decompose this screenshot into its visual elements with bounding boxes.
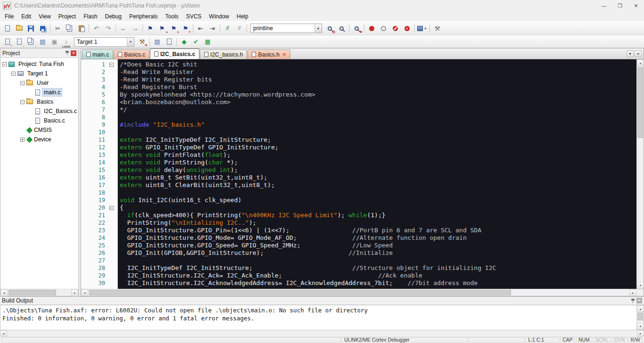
scrollbar-track[interactable] [8,289,71,296]
code-line-6[interactable]: <brian.boozebacon@outlook.com> [120,98,636,106]
tree-item-project-tuna-fish[interactable]: −Project: Tuna Fish [0,59,78,69]
scrollbar-track[interactable] [7,330,637,336]
incremental-find-icon[interactable]: ✱ [351,23,362,33]
new-file-icon[interactable] [2,23,13,33]
close-tab-icon[interactable]: ✕ [282,52,286,57]
code-line-24[interactable]: GPIO_InitStructure.GPIO_Mode= GPIO_Mode_… [120,234,636,242]
menu-file[interactable]: File [1,12,17,21]
build-output-line[interactable]: .\Objects\Tuna Fish.axf: error: L6002U: … [2,306,642,314]
navigate-back-icon[interactable]: ← [118,23,129,33]
tab-basics-c[interactable]: Basics.c [114,49,149,59]
insert-breakpoint-icon[interactable] [366,23,377,33]
code-area[interactable]: /*Does Basic I2C shit-Read Write Registe… [118,59,636,289]
comment-icon[interactable]: // [222,23,233,33]
scroll-down-icon[interactable]: ▾ [637,282,644,289]
maximize-button[interactable]: ❐ [612,0,628,11]
editor-scrollbar-horizontal[interactable]: ◂ ▸ [81,289,644,296]
scroll-down-icon[interactable]: ▾ [637,323,644,330]
code-line-5[interactable]: By spookymelonhead <https://tachymoron.w… [120,91,636,98]
disable-all-breakpoints-icon[interactable] [390,23,401,33]
tree-item-target-1[interactable]: −Target 1 [0,69,78,78]
target-options-icon[interactable]: ⚒⚑ [137,37,148,47]
scrollbar-thumb[interactable] [8,290,56,295]
code-line-16[interactable]: extern uint8_t SetBit(uint32_t,uint8_t); [120,174,636,181]
pack-installer-icon[interactable]: ▦ [202,37,213,47]
close-panel-icon[interactable]: ✕ [71,50,76,56]
menu-edit[interactable]: Edit [17,12,35,21]
find-in-files-icon[interactable]: ▤ [324,23,335,33]
code-line-27[interactable] [120,257,636,264]
scroll-up-icon[interactable]: ▴ [637,305,644,312]
menu-peripherals[interactable]: Peripherals [125,12,162,21]
clear-bookmarks-icon[interactable]: ⚑✕ [180,23,191,33]
code-line-26[interactable]: GPIO_Init(GPIOB,&GPIO_InitStructure); //… [120,249,636,257]
stop-build-icon[interactable]: ▣ [49,37,60,47]
indent-right-icon[interactable]: ⇥ [207,23,218,33]
target-select[interactable]: Target 1 ▼ [74,37,134,47]
translate-file-icon[interactable]: ✓ [2,37,13,47]
close-panel-icon[interactable]: ✕ [636,298,642,303]
code-line-12[interactable]: extern GPIO_InitTypeDef GPIO_InitStructu… [120,144,636,151]
code-line-9[interactable]: #include "I2C_basics.h" [120,121,636,129]
code-line-17[interactable]: extern uint8_t ClearBit(uint32_t,uint8_t… [120,181,636,189]
close-document-icon[interactable]: ✕ [635,50,642,57]
expander-icon[interactable]: − [20,100,25,104]
code-line-7[interactable]: */ [120,106,636,114]
tree-item-device[interactable]: +Device [0,135,78,144]
code-line-11[interactable]: extern I2C_InitTypeDef I2C_InitStructure… [120,136,636,144]
navigate-forward-icon[interactable]: → [130,23,140,33]
tree-item-main-c[interactable]: main.c [0,88,78,97]
fold-marker-icon[interactable]: − [109,63,114,67]
code-line-22[interactable]: PrintString("\nIntializing I2C.."); [120,219,636,227]
code-line-1[interactable]: /*Does Basic I2C shit [120,61,636,68]
tab-list-dropdown-icon[interactable]: ▼ [627,50,634,57]
uncomment-icon[interactable]: // [234,23,245,33]
menu-svcs[interactable]: SVCS [182,12,206,21]
build-output[interactable]: .\Objects\Tuna Fish.axf: error: L6002U: … [0,305,644,330]
manage-rte-icon[interactable]: ◆ [179,37,190,47]
code-line-3[interactable]: -Read Write Register bits [120,76,636,83]
tab-main-c[interactable]: main.c [82,49,113,59]
menu-help[interactable]: Help [233,12,252,21]
minimize-button[interactable]: — [596,0,612,11]
menu-window[interactable]: Window [205,12,233,21]
output-scrollbar-vertical[interactable]: ▴ ▾ [636,305,644,330]
code-line-23[interactable]: GPIO_InitStructure.GPIO_Pin=(1<<6) | (1<… [120,227,636,234]
redo-icon[interactable]: ↷ [103,23,114,33]
scrollbar-thumb[interactable] [637,313,643,320]
save-all-icon[interactable] [37,23,48,33]
pin-icon[interactable] [65,50,69,56]
cut-icon[interactable]: ✂ [52,23,63,33]
batch-build-icon[interactable]: ▤ [37,37,48,47]
build-icon[interactable]: ↓ [14,37,25,47]
find-icon[interactable] [336,23,347,33]
pin-icon[interactable] [631,298,635,303]
previous-bookmark-icon[interactable]: ⚑◂ [157,23,167,33]
expander-icon[interactable]: − [20,81,25,85]
indent-left-icon[interactable]: ⇤ [195,23,206,33]
code-line-30[interactable]: I2C_InitStructure.I2C_AcknowledgedAddres… [120,279,636,287]
scroll-up-icon[interactable]: ▴ [637,59,644,66]
file-extensions-icon[interactable] [164,37,174,47]
fold-marker-icon[interactable]: − [109,206,114,210]
configure-icon[interactable]: ⚒ [432,23,443,33]
select-software-packs-icon[interactable]: ✔ [190,37,201,47]
open-folder-icon[interactable] [14,23,25,33]
tree-item-user[interactable]: −User [0,78,78,88]
scroll-left-icon[interactable]: ◂ [0,330,7,336]
scrollbar-track[interactable] [637,312,644,323]
expander-icon[interactable]: − [2,62,7,66]
project-scrollbar-horizontal[interactable]: ◂ ▸ [0,289,78,296]
build-output-line[interactable]: Finished: 0 information, 0 warning, 0 er… [2,314,642,322]
editor-scrollbar-vertical[interactable]: ▴ ▾ [636,59,644,289]
scrollbar-track[interactable] [88,289,629,296]
tree-item-i2c-basics-c[interactable]: I2C_Basics.c [0,106,78,116]
tab-basics-h[interactable]: Basics.h✕ [248,49,290,59]
kill-all-breakpoints-icon[interactable] [402,23,413,33]
code-line-8[interactable] [120,114,636,121]
toggle-bookmark-icon[interactable]: ⚑ [145,23,156,33]
code-line-14[interactable]: extern void PrintString(char *); [120,159,636,166]
scroll-right-icon[interactable]: ▸ [637,330,644,336]
menu-tools[interactable]: Tools [162,12,182,21]
rebuild-all-icon[interactable]: ↓ [25,37,36,47]
